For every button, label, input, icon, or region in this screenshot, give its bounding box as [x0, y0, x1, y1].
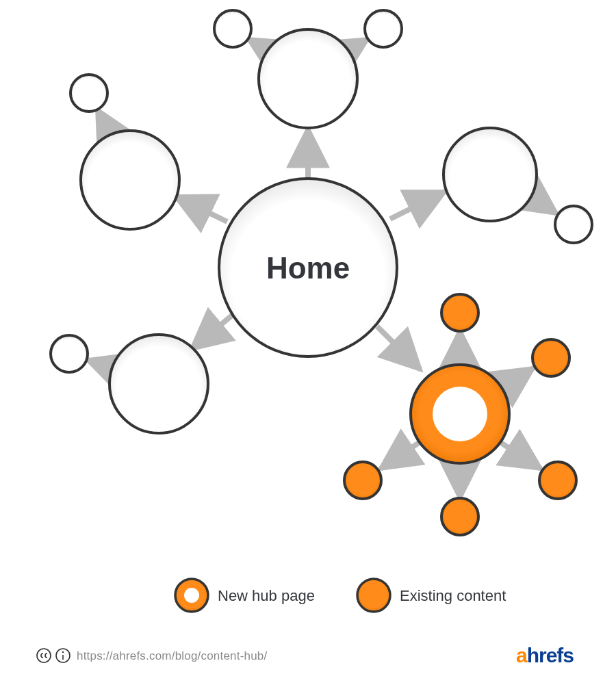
- existing-content-node: [441, 498, 478, 535]
- existing-content-node: [539, 462, 576, 499]
- svg-line-11: [501, 368, 533, 389]
- svg-line-8: [534, 198, 556, 213]
- home-label: Home: [266, 251, 350, 285]
- existing-content-node: [344, 462, 381, 499]
- leaf-node: [555, 206, 592, 243]
- legend-existing-label: Existing content: [400, 587, 506, 604]
- legend-existing-swatch: [357, 579, 390, 612]
- legend-new-hub-swatch: [175, 579, 208, 612]
- leaf-node: [214, 10, 251, 47]
- existing-content-node: [532, 339, 569, 376]
- footer: https://ahrefs.com/blog/content-hub/ ahr…: [37, 644, 574, 666]
- hub-node: [81, 131, 179, 229]
- logo-letter-a: a: [516, 644, 528, 666]
- home-node: Home: [219, 179, 397, 357]
- svg-line-3: [192, 315, 233, 349]
- existing-content-node: [441, 294, 478, 331]
- source-url: https://ahrefs.com/blog/content-hub/: [77, 649, 267, 662]
- svg-point-23: [62, 651, 64, 653]
- svg-text:ahrefs: ahrefs: [516, 644, 574, 666]
- svg-point-21: [37, 649, 51, 662]
- svg-point-19: [184, 588, 199, 603]
- leaf-node: [51, 335, 88, 372]
- info-icon: [56, 649, 70, 662]
- legend-new-hub-label: New hub page: [218, 587, 315, 604]
- ahrefs-logo: ahrefs: [516, 644, 574, 666]
- svg-line-2: [390, 192, 445, 219]
- svg-point-17: [433, 387, 487, 441]
- svg-point-20: [357, 579, 390, 612]
- hub-node: [110, 335, 208, 433]
- hub-node: [259, 29, 357, 128]
- hub-node: [444, 128, 537, 221]
- svg-line-14: [381, 443, 419, 469]
- svg-line-1: [175, 196, 227, 222]
- cc-icon: [37, 649, 51, 662]
- content-hub-diagram: Home New hub page Existing content: [0, 0, 616, 687]
- leaf-node: [70, 75, 107, 112]
- svg-line-12: [501, 443, 541, 469]
- new-hub-node: [411, 365, 509, 463]
- leaf-node: [365, 10, 402, 47]
- logo-rest: hrefs: [527, 644, 574, 666]
- legend: New hub page Existing content: [175, 579, 506, 612]
- svg-line-4: [377, 326, 420, 370]
